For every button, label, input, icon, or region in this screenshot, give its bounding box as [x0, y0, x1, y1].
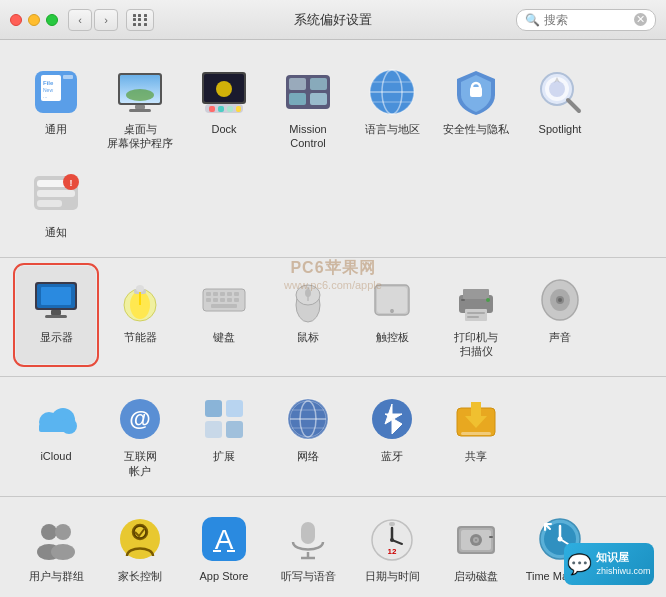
svg-line-36 — [568, 100, 579, 111]
energy-icon — [115, 275, 165, 325]
pref-item-mouse[interactable]: 鼠标 — [268, 266, 348, 365]
parental-icon-wrap — [114, 513, 166, 565]
pref-item-desktop[interactable]: 桌面与屏幕保护程序 — [100, 58, 180, 157]
security-icon — [451, 67, 501, 117]
mission-label: MissionControl — [289, 122, 326, 151]
pref-item-general[interactable]: File New ... 通用 — [16, 58, 96, 157]
bluetooth-label: 蓝牙 — [381, 449, 403, 463]
window-title: 系统偏好设置 — [294, 11, 372, 29]
internet-label: 互联网帐户 — [124, 449, 157, 478]
dictation-icon-wrap — [282, 513, 334, 565]
pref-item-users[interactable]: 用户与群组 — [16, 505, 96, 589]
close-button[interactable] — [10, 14, 22, 26]
search-input[interactable] — [544, 13, 634, 27]
forward-button[interactable]: › — [94, 9, 118, 31]
svg-rect-76 — [467, 312, 485, 314]
network-icon — [283, 394, 333, 444]
zhishiwu-badge: 💬 知识屋zhishiwu.com — [564, 543, 654, 585]
maximize-button[interactable] — [46, 14, 58, 26]
pref-item-accessibility[interactable]: 辅助功能 — [16, 593, 96, 597]
mouse-icon-wrap — [282, 274, 334, 326]
svg-rect-11 — [129, 109, 151, 112]
printer-label: 打印机与扫描仪 — [454, 330, 498, 359]
sharing-label: 共享 — [465, 449, 487, 463]
sound-label: 声音 — [549, 330, 571, 344]
energy-icon-wrap — [114, 274, 166, 326]
internet-icon: @ — [115, 394, 165, 444]
pref-item-internet[interactable]: @ 互联网帐户 — [100, 385, 180, 484]
sound-icon-wrap — [534, 274, 586, 326]
main-content: PC6苹果网 www.pc6.com/apple File New ... 通用 — [0, 40, 666, 597]
svg-point-137 — [558, 537, 563, 542]
pref-item-language[interactable]: 语言与地区 — [352, 58, 432, 157]
internet-items-grid: iCloud @ 互联网帐户 — [16, 385, 650, 484]
svg-rect-62 — [227, 298, 232, 302]
pref-item-sharing[interactable]: 共享 — [436, 385, 516, 484]
svg-point-14 — [216, 81, 232, 97]
minimize-button[interactable] — [28, 14, 40, 26]
search-icon: 🔍 — [525, 13, 540, 27]
svg-rect-19 — [236, 106, 241, 112]
svg-rect-55 — [213, 292, 218, 296]
svg-rect-94 — [226, 421, 243, 438]
svg-text:@: @ — [129, 406, 150, 431]
network-icon-wrap — [282, 393, 334, 445]
pref-item-display[interactable]: 显示器 — [16, 266, 96, 365]
pref-item-parental[interactable]: 家长控制 — [100, 505, 180, 589]
svg-point-131 — [475, 539, 477, 541]
datetime-icon-wrap: 12 — [366, 513, 418, 565]
pref-item-dock[interactable]: Dock — [184, 58, 264, 157]
svg-text:File: File — [43, 80, 54, 86]
extensions-label: 扩展 — [213, 449, 235, 463]
pref-item-keyboard[interactable]: 键盘 — [184, 266, 264, 365]
pref-item-icloud[interactable]: iCloud — [16, 385, 96, 484]
pref-item-appstore[interactable]: A App Store — [184, 505, 264, 589]
back-button[interactable]: ‹ — [68, 9, 92, 31]
pref-item-extensions[interactable]: 扩展 — [184, 385, 264, 484]
dock-label: Dock — [211, 122, 236, 136]
search-clear-button[interactable]: ✕ — [634, 13, 647, 26]
pref-item-dictation[interactable]: 听写与语音 — [268, 505, 348, 589]
users-label: 用户与群组 — [29, 569, 84, 583]
svg-rect-117 — [301, 522, 315, 544]
svg-text:...: ... — [43, 93, 47, 99]
svg-text:!: ! — [70, 178, 73, 188]
svg-point-35 — [549, 81, 565, 97]
pref-item-energy[interactable]: 节能器 — [100, 266, 180, 365]
parental-label: 家长控制 — [118, 569, 162, 583]
datetime-icon: 12 — [367, 514, 417, 564]
startup-label: 启动磁盘 — [454, 569, 498, 583]
startup-icon — [451, 514, 501, 564]
svg-rect-132 — [489, 536, 493, 538]
spotlight-icon-wrap — [534, 66, 586, 118]
pref-item-startup[interactable]: 启动磁盘 — [436, 505, 516, 589]
pref-item-datetime[interactable]: 12 日期与时间 — [352, 505, 432, 589]
dictation-icon — [283, 514, 333, 564]
security-icon-wrap — [450, 66, 502, 118]
svg-rect-22 — [310, 78, 327, 90]
datetime-label: 日期与时间 — [365, 569, 420, 583]
grid-view-button[interactable] — [126, 9, 154, 31]
svg-point-83 — [558, 298, 562, 302]
pref-item-bluetooth[interactable]: 蓝牙 — [352, 385, 432, 484]
titlebar: ‹ › 系统偏好设置 🔍 ✕ — [0, 0, 666, 40]
svg-rect-54 — [206, 292, 211, 296]
trackpad-icon — [367, 275, 417, 325]
pref-item-notification[interactable]: ! 通知 — [16, 161, 96, 245]
system-items-grid: 用户与群组 家长控制 — [16, 505, 650, 597]
svg-rect-92 — [226, 400, 243, 417]
icloud-icon-wrap — [30, 393, 82, 445]
pref-item-sound[interactable]: 声音 — [520, 266, 600, 365]
pref-item-security[interactable]: 安全性与隐私 — [436, 58, 516, 157]
search-box[interactable]: 🔍 ✕ — [516, 9, 656, 31]
appstore-icon: A — [199, 514, 249, 564]
pref-item-printer[interactable]: 打印机与扫描仪 — [436, 266, 516, 365]
pref-item-mission[interactable]: MissionControl — [268, 58, 348, 157]
svg-point-68 — [305, 289, 311, 297]
section-internet: iCloud @ 互联网帐户 — [0, 377, 666, 496]
svg-rect-23 — [289, 93, 306, 105]
pref-item-trackpad[interactable]: 触控板 — [352, 266, 432, 365]
pref-item-network[interactable]: 网络 — [268, 385, 348, 484]
keyboard-icon — [199, 275, 249, 325]
pref-item-spotlight[interactable]: Spotlight — [520, 58, 600, 157]
